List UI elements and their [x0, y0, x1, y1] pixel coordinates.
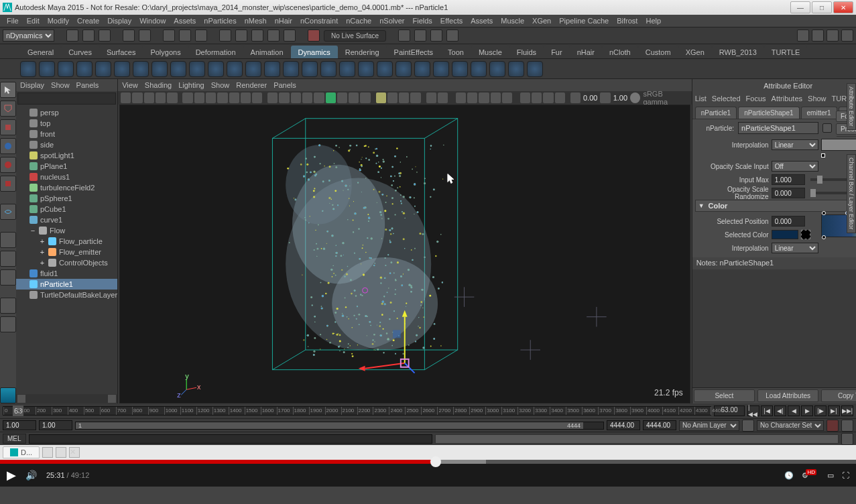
shelf-icon-15[interactable] [302, 61, 318, 77]
outliner-item-turtledefaultbakelayer[interactable]: TurtleDefaultBakeLayer [16, 290, 117, 300]
script-language-toggle[interactable]: MEL [3, 434, 26, 444]
outliner-item-spotlight1[interactable]: spotLight1 [16, 150, 117, 161]
shelf-icon-17[interactable] [339, 61, 355, 77]
go-to-start-button[interactable]: |◀◀ [747, 405, 759, 416]
shelf-tab-nhair[interactable]: nHair [570, 46, 602, 58]
shelf-tab-rendering[interactable]: Rendering [338, 46, 387, 58]
shelf-tab-fur[interactable]: Fur [544, 46, 570, 58]
outliner-item-front[interactable]: front [16, 129, 117, 139]
shelf-tab-turtle[interactable]: TURTLE [764, 46, 808, 58]
shelf-icon-21[interactable] [414, 61, 430, 77]
side-tab-channel-box[interactable]: Channel Box / Layer Editor [847, 154, 856, 233]
viewport-grease-pencil-icon[interactable] [167, 92, 177, 103]
shelf-tab-deformation[interactable]: Deformation [188, 46, 243, 58]
menu-ncache[interactable]: nCache [342, 17, 375, 25]
rotate-tool[interactable] [0, 157, 16, 173]
viewport-field-chart-icon[interactable] [229, 92, 239, 103]
video-theater-button[interactable]: ▭ [827, 471, 834, 480]
go-to-end-button[interactable]: ▶▶| [841, 405, 853, 416]
taskbar-button-2[interactable] [56, 447, 66, 458]
viewport-exposure-slider-icon[interactable] [570, 92, 580, 103]
viewport-safe-action-icon[interactable] [241, 92, 251, 103]
select-handle-button[interactable] [179, 29, 191, 42]
shelf-icon-24[interactable] [471, 61, 487, 77]
play-backward-button[interactable]: ◀ [788, 405, 800, 416]
viewport-misc9-icon[interactable] [555, 92, 565, 103]
menu-modify[interactable]: Modify [44, 17, 73, 25]
shelf-icon-0[interactable] [20, 61, 36, 77]
side-tab-attribute-editor[interactable]: Attribute Editor [847, 83, 856, 130]
layout-persp-outliner-button[interactable] [0, 298, 16, 314]
render-settings-button[interactable] [446, 29, 458, 42]
anim-layer-options-button[interactable] [742, 420, 754, 432]
select-joint-button[interactable] [195, 29, 207, 42]
outliner-item-persp[interactable]: persp [16, 107, 117, 118]
character-set-select[interactable]: No Character Set [757, 420, 824, 431]
expand-toggle-icon[interactable]: + [39, 248, 46, 256]
toggle-layer-editor-button[interactable] [812, 29, 824, 42]
outliner-item-fluid1[interactable]: fluid1 [16, 268, 117, 279]
range-end-field[interactable] [643, 420, 676, 430]
shelf-icon-10[interactable] [208, 61, 224, 77]
menu-nhair[interactable]: nHair [271, 17, 296, 25]
script-editor-button[interactable] [841, 433, 853, 445]
range-start-field[interactable] [3, 420, 36, 430]
toggle-attribute-editor-button[interactable] [841, 29, 853, 42]
select-by-type-button[interactable] [163, 29, 175, 42]
viewport-gate-mask-icon[interactable] [217, 92, 227, 103]
viewport-aa-icon[interactable] [360, 92, 370, 103]
attr-btn-select[interactable]: Select [694, 389, 755, 402]
menu-window[interactable]: Window [135, 17, 170, 25]
menu-fields[interactable]: Fields [408, 17, 436, 25]
shelf-tab-muscle[interactable]: Muscle [471, 46, 509, 58]
shelf-tab-curves[interactable]: Curves [61, 46, 99, 58]
shelf-tab-dynamics[interactable]: Dynamics [291, 46, 338, 58]
outliner-item-pcube1[interactable]: pCube1 [16, 204, 117, 214]
ipr-button[interactable] [430, 29, 442, 42]
shelf-icon-27[interactable] [527, 61, 543, 77]
attr-menu-show[interactable]: Show [808, 94, 827, 103]
move-tool[interactable] [0, 138, 16, 154]
new-scene-button[interactable] [66, 29, 78, 42]
shelf-icon-11[interactable] [227, 61, 243, 77]
viewport-lights-icon[interactable] [302, 92, 312, 103]
attribute-editor-body[interactable]: Interpolation Linear Opacity Scale Input… [692, 137, 856, 257]
shelf-tab-ncloth[interactable]: nCloth [602, 46, 638, 58]
viewport-shaded-icon[interactable] [279, 92, 289, 103]
attr-tab-emitter1[interactable]: emitter1 [801, 107, 837, 119]
time-slider[interactable]: 63 0100200300400500600700800900100011001… [0, 403, 856, 418]
outliner-menu-panels[interactable]: Panels [76, 81, 99, 89]
viewport-menu-panels[interactable]: Panels [273, 81, 296, 89]
color-map-button[interactable] [801, 230, 810, 239]
shelf-tab-custom[interactable]: Custom [638, 46, 678, 58]
shelf-tab-polygons[interactable]: Polygons [143, 46, 188, 58]
opacity-randomize-field[interactable] [772, 188, 805, 198]
toggle-channel-box-button[interactable] [797, 29, 809, 42]
viewport-film-gate-icon[interactable] [194, 92, 204, 103]
viewport-misc1-icon[interactable] [456, 92, 466, 103]
node-name-field[interactable] [738, 122, 818, 134]
command-input[interactable] [29, 434, 432, 444]
viewport-misc4-icon[interactable] [491, 92, 501, 103]
shelf-icon-22[interactable] [433, 61, 449, 77]
menu-assets[interactable]: Assets [467, 17, 497, 25]
menu-create[interactable]: Create [73, 17, 103, 25]
app-tab[interactable]: D... [3, 446, 40, 458]
snap-live-button[interactable] [284, 29, 296, 42]
shelf-tab-xgen[interactable]: XGen [678, 46, 712, 58]
menu-muscle[interactable]: Muscle [497, 17, 528, 25]
shelf-icon-12[interactable] [245, 61, 261, 77]
viewport-2d-pan-icon[interactable] [156, 92, 166, 103]
layout-two-button[interactable] [0, 269, 16, 286]
undo-button[interactable] [123, 29, 135, 42]
layout-single-button[interactable] [0, 232, 16, 248]
construction-history-button[interactable] [398, 29, 410, 42]
viewport-gamma-slider-icon[interactable] [600, 92, 610, 103]
menu-edit[interactable]: Edit [23, 17, 44, 25]
video-play-button[interactable]: ▶ [7, 468, 16, 483]
shelf-icon-19[interactable] [377, 61, 393, 77]
step-back-frame-button[interactable]: ◀| [774, 405, 786, 416]
viewport-grid-icon[interactable] [182, 92, 192, 103]
menu-nparticles[interactable]: nParticles [200, 17, 240, 25]
viewport-menu-shading[interactable]: Shading [145, 81, 172, 89]
